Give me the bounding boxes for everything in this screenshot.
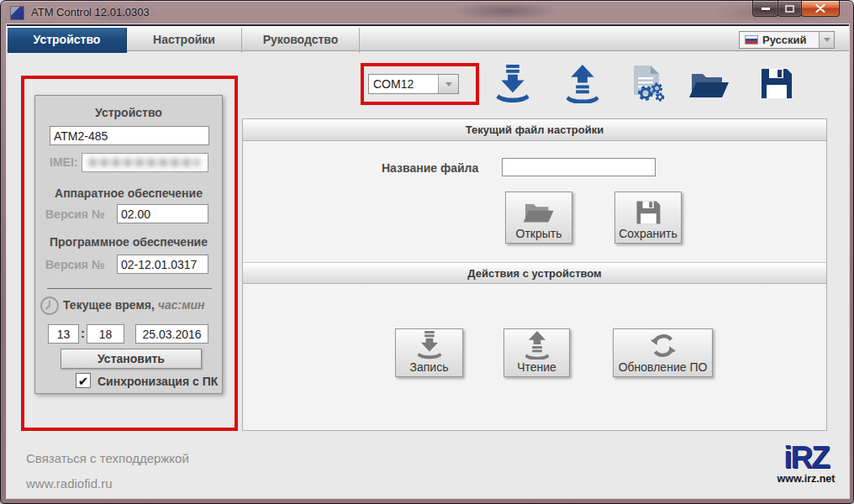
read-button-label: Чтение bbox=[517, 360, 556, 374]
com-port-select[interactable]: COM12 bbox=[368, 74, 459, 94]
write-button[interactable]: Запись bbox=[395, 328, 463, 377]
tab-manual[interactable]: Руководство bbox=[242, 28, 360, 53]
window-title: ATM Control 12.01.0303 bbox=[31, 6, 150, 18]
read-button[interactable]: Чтение bbox=[503, 328, 570, 377]
upload-arrow-icon bbox=[525, 331, 550, 360]
time-title-text: Текущее время, bbox=[63, 298, 155, 312]
imei-label: IMEI: bbox=[50, 155, 77, 169]
read-from-device-toolbar-button[interactable] bbox=[565, 65, 600, 103]
com-port-dropdown-button[interactable] bbox=[438, 75, 458, 93]
firmware-update-button[interactable]: Обновление ПО bbox=[613, 328, 713, 377]
document-gears-icon bbox=[629, 65, 667, 102]
irz-logo-url: www.irz.net bbox=[764, 473, 848, 485]
software-version-label: Версия № bbox=[45, 258, 105, 271]
imei-field bbox=[82, 153, 208, 172]
maximize-icon bbox=[785, 5, 794, 13]
radiofid-link[interactable]: www.radiofid.ru bbox=[26, 476, 113, 491]
language-value: Русский bbox=[762, 34, 819, 46]
chevron-down-icon bbox=[824, 38, 830, 42]
save-file-button[interactable]: Сохранить bbox=[614, 192, 682, 244]
filename-input[interactable] bbox=[502, 158, 656, 176]
hardware-group-title: Аппаратное обеспечение bbox=[35, 186, 222, 200]
minutes-field[interactable] bbox=[87, 324, 124, 344]
hardware-version-label: Версия № bbox=[45, 207, 105, 221]
irz-logo: iRZ www.irz.net bbox=[764, 443, 848, 485]
download-arrow-icon bbox=[417, 331, 442, 360]
sync-pc-checkbox[interactable]: ✔ bbox=[76, 373, 91, 388]
device-info-panel: Устройство IMEI: Аппаратное обеспечение … bbox=[34, 95, 223, 394]
write-button-label: Запись bbox=[410, 360, 449, 374]
tab-bar: Устройство Настройки Руководство Русский bbox=[7, 24, 849, 51]
close-button[interactable] bbox=[801, 1, 840, 17]
save-button-label: Сохранить bbox=[619, 227, 677, 240]
maximize-button[interactable] bbox=[778, 1, 802, 17]
title-bar: ATM Control 12.01.0303 bbox=[1, 1, 853, 24]
minimize-icon bbox=[762, 8, 770, 10]
software-group-title: Программное обеспечение bbox=[35, 235, 222, 249]
hardware-version-field[interactable] bbox=[117, 204, 208, 223]
set-time-button[interactable]: Установить bbox=[61, 349, 202, 369]
imei-blurred-value bbox=[89, 159, 199, 166]
firmware-update-toolbar-button[interactable] bbox=[629, 65, 667, 102]
floppy-disk-icon bbox=[760, 66, 793, 101]
app-icon bbox=[11, 7, 24, 19]
actions-section-header: Действия с устройством bbox=[243, 262, 826, 284]
filename-label: Название файла bbox=[382, 161, 478, 175]
tab-manual-label: Руководство bbox=[263, 33, 339, 46]
folder-icon bbox=[523, 199, 555, 226]
language-dropdown-button[interactable] bbox=[819, 32, 834, 48]
sync-pc-label: Синхронизация с ПК bbox=[98, 375, 218, 388]
refresh-arrows-icon bbox=[647, 332, 679, 360]
open-button-label: Открыть bbox=[516, 227, 562, 240]
com-port-value: COM12 bbox=[369, 75, 438, 93]
tab-device[interactable]: Устройство bbox=[8, 28, 127, 53]
language-select[interactable]: Русский bbox=[739, 31, 835, 49]
device-group-title: Устройство bbox=[35, 106, 222, 119]
tab-settings[interactable]: Настройки bbox=[127, 28, 242, 53]
tab-settings-label: Настройки bbox=[153, 33, 215, 46]
clock-icon bbox=[40, 296, 60, 316]
software-version-field[interactable] bbox=[117, 255, 208, 274]
file-section-header: Текущий файл настройки bbox=[243, 119, 826, 141]
client-area: Устройство Настройки Руководство Русский… bbox=[7, 24, 849, 498]
app-window: ATM Control 12.01.0303 Устройство Настро… bbox=[0, 0, 854, 504]
open-file-button[interactable]: Открыть bbox=[505, 192, 572, 244]
time-colon: : bbox=[81, 326, 85, 340]
download-arrow-icon bbox=[495, 65, 530, 103]
time-group-title: Текущее время, час:мин bbox=[63, 298, 205, 312]
date-field[interactable] bbox=[135, 324, 208, 344]
floppy-disk-icon bbox=[635, 199, 662, 226]
minimize-button[interactable] bbox=[752, 1, 778, 17]
open-file-toolbar-button[interactable] bbox=[689, 67, 730, 102]
support-link[interactable]: Связаться с техподдержкой bbox=[26, 451, 189, 465]
time-format-hint: час:мин bbox=[158, 298, 205, 312]
hours-field[interactable] bbox=[48, 324, 79, 344]
folder-icon bbox=[689, 67, 730, 102]
update-button-label: Обновление ПО bbox=[619, 360, 708, 374]
close-icon bbox=[815, 4, 825, 13]
separator-line bbox=[47, 288, 212, 289]
chevron-down-icon bbox=[445, 82, 452, 87]
write-to-device-toolbar-button[interactable] bbox=[495, 65, 530, 103]
tab-device-label: Устройство bbox=[34, 33, 101, 46]
irz-logo-text: iRZ bbox=[764, 443, 848, 473]
save-file-toolbar-button[interactable] bbox=[760, 66, 793, 101]
device-name-field[interactable] bbox=[50, 126, 209, 145]
main-panel: Текущий файл настройки Название файла От… bbox=[242, 118, 827, 431]
russian-flag-icon bbox=[745, 35, 758, 45]
upload-arrow-icon bbox=[565, 65, 600, 103]
